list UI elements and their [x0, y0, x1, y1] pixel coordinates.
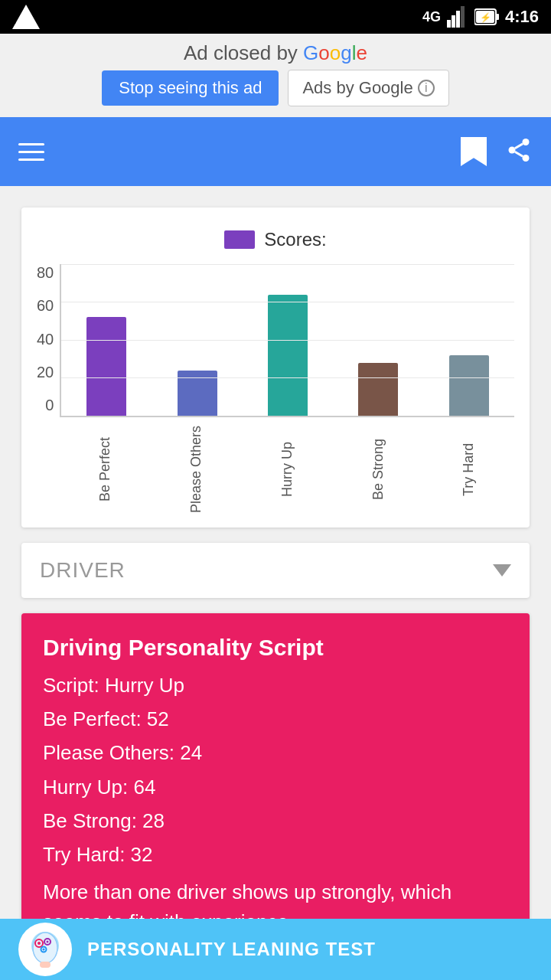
share-button[interactable] — [505, 136, 533, 167]
y-label-40: 40 — [37, 331, 54, 348]
bar-group-please-others — [152, 264, 243, 416]
y-label-80: 80 — [37, 264, 54, 282]
result-be-strong: Be Strong: 28 — [43, 804, 508, 838]
time-display: 4:16 — [505, 7, 539, 27]
svg-line-12 — [515, 144, 523, 149]
bottom-banner-text: PERSONALITY LEANING TEST — [87, 939, 376, 960]
ads-by-google-button[interactable]: Ads by Google i — [288, 70, 448, 106]
ads-by-google-label: Ads by Google — [302, 78, 412, 98]
svg-rect-2 — [456, 11, 460, 28]
svg-point-10 — [523, 155, 530, 162]
bar-be-perfect — [86, 317, 126, 416]
svg-point-16 — [37, 942, 41, 945]
ad-closed-text: Ad closed by — [184, 41, 298, 64]
warning-icon: ! — [12, 5, 37, 29]
svg-text:⚡: ⚡ — [480, 11, 491, 23]
driver-dropdown[interactable]: DRIVER — [21, 543, 530, 598]
bar-group-be-strong — [333, 264, 423, 416]
nav-right-actions — [461, 136, 533, 167]
chart-card: Scores: 0 20 40 60 80 — [21, 207, 530, 528]
svg-point-20 — [43, 949, 45, 951]
bar-labels: Be Perfect Please Others Hurry Up Be Str… — [60, 417, 514, 515]
chart-legend: Scores: — [37, 229, 514, 250]
status-bar-left: ! — [12, 5, 37, 29]
result-be-perfect: Be Perfect: 52 — [43, 702, 508, 736]
stop-seeing-button[interactable]: Stop seeing this ad — [102, 70, 279, 106]
share-icon — [505, 136, 533, 164]
result-please-others: Please Others: 24 — [43, 736, 508, 769]
hamburger-menu-button[interactable] — [18, 143, 44, 161]
svg-rect-21 — [40, 962, 51, 968]
bar-label-be-strong: Be Strong — [333, 423, 424, 515]
result-script: Script: Hurry Up — [43, 668, 508, 702]
svg-point-9 — [509, 147, 516, 154]
driver-dropdown-label: DRIVER — [40, 558, 126, 583]
results-title: Driving Personality Script — [43, 635, 508, 661]
y-label-20: 20 — [37, 364, 54, 381]
bottom-banner[interactable]: PERSONALITY LEANING TEST — [0, 919, 551, 980]
bar-group-hurry-up — [243, 264, 333, 416]
y-label-60: 60 — [37, 297, 54, 315]
status-bar-right: 4G ⚡ 4:16 — [422, 6, 539, 28]
hamburger-icon — [18, 143, 44, 161]
bar-try-hard — [449, 355, 489, 416]
bar-hurry-up — [268, 295, 308, 416]
status-bar: ! 4G ⚡ 4:16 — [0, 0, 551, 34]
svg-rect-3 — [461, 6, 465, 28]
result-try-hard: Try Hard: 32 — [43, 838, 508, 871]
network-indicator: 4G — [422, 9, 441, 25]
y-axis: 0 20 40 60 80 — [37, 264, 60, 417]
bar-label-please-others: Please Others — [151, 423, 242, 515]
bar-group-try-hard — [424, 264, 514, 416]
chart-legend-label: Scores: — [264, 229, 326, 250]
brain-icon-container — [18, 923, 72, 976]
chart-body: Be Perfect Please Others Hurry Up Be Str… — [60, 264, 514, 515]
svg-point-18 — [47, 941, 49, 943]
battery-icon: ⚡ — [474, 6, 499, 28]
svg-line-11 — [515, 152, 523, 156]
y-label-0: 0 — [45, 397, 54, 414]
top-nav — [0, 117, 551, 186]
svg-rect-5 — [496, 14, 499, 20]
brain-icon — [22, 926, 68, 972]
result-hurry-up: Hurry Up: 64 — [43, 770, 508, 804]
bookmark-icon — [461, 137, 487, 166]
bar-label-try-hard: Try Hard — [423, 423, 514, 515]
results-card: Driving Personality Script Script: Hurry… — [21, 613, 530, 959]
bars-container — [60, 264, 514, 417]
svg-rect-0 — [447, 20, 451, 28]
svg-point-8 — [523, 139, 530, 145]
signal-icon — [447, 6, 468, 28]
bar-label-hurry-up: Hurry Up — [242, 423, 333, 515]
bar-please-others — [178, 371, 217, 416]
ad-closed-bar: Ad closed by Google — [0, 34, 551, 70]
legend-color-box — [224, 230, 255, 249]
chevron-down-icon — [493, 564, 511, 577]
bar-be-strong — [358, 363, 398, 416]
bar-group-be-perfect — [61, 264, 152, 416]
bar-label-be-perfect: Be Perfect — [60, 423, 151, 515]
info-icon: i — [418, 80, 435, 96]
svg-rect-1 — [452, 15, 455, 28]
google-logo: Google — [303, 41, 367, 64]
chart-area: 0 20 40 60 80 — [37, 264, 514, 515]
bookmark-button[interactable] — [461, 137, 487, 166]
ad-buttons-row: Stop seeing this ad Ads by Google i — [0, 70, 551, 117]
